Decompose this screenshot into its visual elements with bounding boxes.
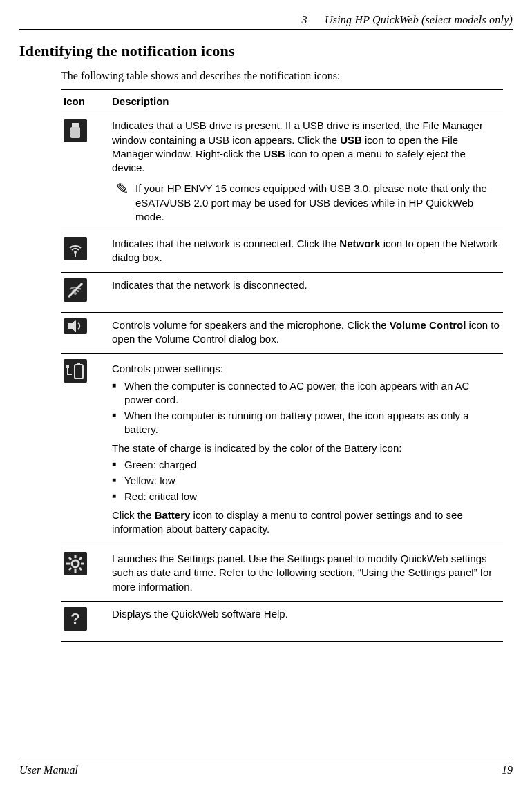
power-battery-icon — [64, 359, 87, 383]
chapter-title: Using HP QuickWeb (select models only) — [325, 14, 513, 26]
running-head: 3 Using HP QuickWeb (select models only) — [19, 14, 513, 26]
header-rule — [19, 29, 513, 30]
settings-gear-icon — [64, 552, 87, 575]
table-row: Controls power settings: When the comput… — [61, 354, 503, 546]
col-header-description: Description — [109, 90, 503, 113]
table-row: Indicates that a USB drive is present. I… — [61, 113, 503, 231]
table-row: Indicates that the network is disconnect… — [61, 272, 503, 312]
footer: User Manual 19 — [19, 761, 513, 776]
list-item: Green: charged — [124, 458, 500, 472]
notification-icons-table: Icon Description Indicates that a USB dr… — [61, 89, 503, 642]
bold-network: Network — [339, 238, 380, 249]
svg-rect-1 — [70, 127, 80, 138]
text: Indicates that the network is connected.… — [112, 238, 339, 249]
network-disconnected-icon — [64, 278, 87, 302]
network-connected-description: Indicates that the network is connected.… — [109, 231, 503, 273]
table-row: Launches the Settings panel. Use the Set… — [61, 546, 503, 602]
network-disconnected-description: Indicates that the network is disconnect… — [109, 272, 503, 312]
svg-point-4 — [74, 292, 77, 295]
chapter-number: 3 — [302, 14, 307, 26]
power-description: Controls power settings: When the comput… — [109, 354, 503, 546]
bold-usb-2: USB — [263, 148, 285, 160]
pointing-hand-icon: ✎ — [116, 182, 129, 224]
bold-usb-1: USB — [340, 134, 362, 146]
table-row: Controls volume for speakers and the mic… — [61, 312, 503, 354]
section-title: Identifying the notification icons — [19, 42, 513, 60]
note-text: If your HP ENVY 15 comes equipped with U… — [135, 182, 500, 224]
svg-text:?: ? — [70, 610, 79, 627]
list-item: Red: critical low — [124, 490, 500, 504]
text: Click the — [112, 509, 155, 521]
page-number: 19 — [502, 764, 513, 776]
settings-description: Launches the Settings panel. Use the Set… — [109, 546, 503, 602]
volume-description: Controls volume for speakers and the mic… — [109, 312, 503, 354]
footer-left: User Manual — [19, 764, 78, 776]
svg-rect-0 — [72, 123, 79, 127]
power-mid: The state of charge is indicated by the … — [112, 441, 500, 455]
intro-text: The following table shows and describes … — [61, 70, 513, 82]
power-trail: Click the Battery icon to display a menu… — [112, 508, 500, 537]
svg-rect-3 — [75, 252, 76, 257]
power-list-1: When the computer is connected to AC pow… — [112, 379, 500, 437]
svg-point-10 — [72, 560, 79, 567]
footer-rule — [19, 761, 513, 761]
svg-line-17 — [79, 557, 82, 560]
volume-icon — [64, 318, 87, 334]
help-description: Displays the QuickWeb software Help. — [109, 601, 503, 642]
svg-line-18 — [69, 568, 71, 570]
svg-rect-7 — [75, 365, 83, 379]
page: 3 Using HP QuickWeb (select models only)… — [0, 0, 532, 642]
table-row: ? Displays the QuickWeb software Help. — [61, 601, 503, 642]
list-item: When the computer is connected to AC pow… — [124, 379, 500, 408]
list-item: When the computer is running on battery … — [124, 409, 500, 437]
bold-battery: Battery — [155, 509, 191, 521]
power-list-2: Green: charged Yellow: low Red: critical… — [112, 458, 500, 504]
list-item: Yellow: low — [124, 474, 500, 488]
bold-volume: Volume Control — [390, 319, 466, 331]
col-header-icon: Icon — [61, 90, 109, 113]
text: Controls volume for speakers and the mic… — [112, 319, 390, 331]
svg-line-16 — [79, 568, 82, 570]
svg-rect-8 — [77, 363, 80, 365]
network-connected-icon — [64, 237, 87, 260]
table-row: Indicates that the network is connected.… — [61, 231, 503, 273]
usb-drive-icon — [64, 119, 87, 142]
usb-description: Indicates that a USB drive is present. I… — [109, 113, 503, 231]
power-lead: Controls power settings: — [112, 362, 500, 376]
svg-rect-9 — [66, 365, 69, 368]
svg-marker-6 — [68, 320, 76, 332]
help-icon: ? — [64, 607, 87, 631]
svg-line-15 — [69, 557, 71, 560]
note: ✎ If your HP ENVY 15 comes equipped with… — [116, 182, 500, 224]
